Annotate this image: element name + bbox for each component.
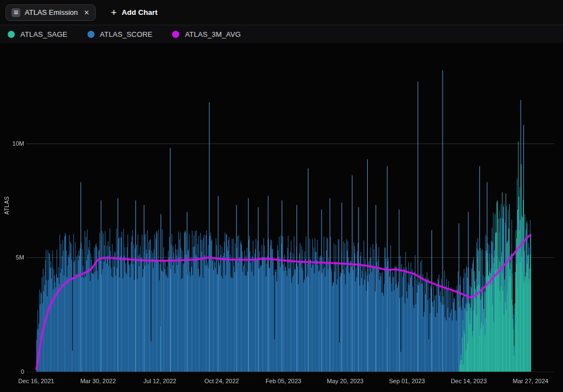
chart-legend: ATLAS_SAGE ATLAS_SCORE ATLAS_3M_AVG [0,25,563,43]
tab-bar: ▦ ATLAS Emission ✕ + Add Chart [0,0,563,25]
legend-item-atlas-sage[interactable]: ATLAS_SAGE [8,30,68,38]
legend-item-atlas-3m-avg[interactable]: ATLAS_3M_AVG [172,30,241,38]
add-chart-button[interactable]: + Add Chart [108,7,161,18]
legend-dot [87,31,95,38]
legend-item-atlas-score[interactable]: ATLAS_SCORE [87,30,153,38]
x-tick: Dec 14, 2023 [451,378,487,384]
tab-label: ATLAS Emission [25,8,78,16]
x-tick: Oct 24, 2022 [205,378,239,384]
plus-icon: + [111,8,117,18]
legend-label: ATLAS_3M_AVG [185,30,241,38]
x-tick: Mar 30, 2022 [80,378,116,384]
legend-label: ATLAS_SCORE [100,30,153,38]
chart-panel: ATLAS 10M 5M 0 Dec 16, 2021 Mar 30, 2022… [0,43,563,392]
x-tick: Sep 01, 2023 [389,378,425,384]
chart-canvas[interactable] [0,43,563,392]
tab-atlas-emission[interactable]: ▦ ATLAS Emission ✕ [5,4,96,21]
legend-dot [8,31,15,38]
x-tick: May 20, 2023 [327,378,364,384]
x-tick: Feb 05, 2023 [266,378,301,384]
y-tick-5m: 5M [0,254,24,261]
chart-tile-icon: ▦ [12,8,20,17]
x-axis: Dec 16, 2021 Mar 30, 2022 Jul 12, 2022 O… [36,378,531,387]
x-tick: Dec 16, 2021 [18,378,54,384]
y-tick-0: 0 [0,368,24,375]
y-axis-title: ATLAS [4,189,10,222]
x-tick: Mar 27, 2024 [513,378,549,384]
legend-label: ATLAS_SAGE [20,30,68,38]
add-chart-label: Add Chart [122,8,157,16]
close-tab-icon[interactable]: ✕ [84,9,90,16]
x-tick: Jul 12, 2022 [143,378,176,384]
legend-dot [172,31,179,38]
y-tick-10m: 10M [0,140,24,147]
